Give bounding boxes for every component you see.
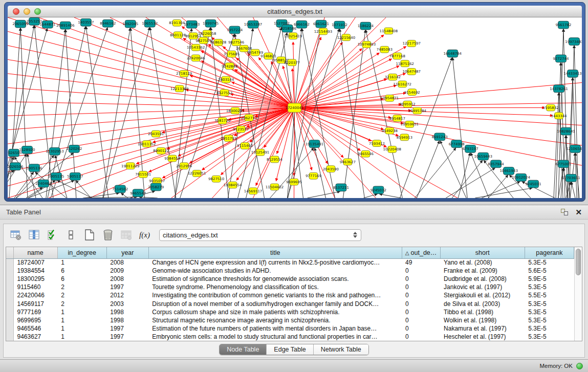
graph-node[interactable]: 1644871	[39, 20, 55, 28]
graph-node[interactable]: 8357944	[488, 160, 504, 168]
graph-node[interactable]: 8691243	[432, 133, 448, 141]
show-column-button[interactable]	[27, 228, 41, 242]
graph-node[interactable]: 1403557	[78, 18, 94, 26]
graph-node[interactable]: 16648784	[443, 50, 461, 57]
column-header-name[interactable]: name	[13, 247, 57, 258]
table-settings-button[interactable]	[9, 228, 23, 242]
graph-node[interactable]: 10828641	[557, 127, 575, 135]
table-row[interactable]: 946554611997Estimation of the future num…	[6, 324, 574, 333]
select-all-button[interactable]	[46, 228, 59, 242]
graph-node[interactable]: 9549238	[382, 127, 398, 134]
graph-node[interactable]: 15495784	[408, 107, 426, 114]
graph-node[interactable]: 5905137	[67, 172, 83, 180]
graph-node[interactable]: 6775001	[556, 160, 572, 168]
window-titlebar[interactable]: citations_edges.txt	[8, 6, 582, 17]
graph-node[interactable]: 2240463	[35, 180, 51, 187]
graph-node[interactable]: 22420046	[187, 55, 205, 61]
graph-node[interactable]: 8095912	[400, 101, 416, 107]
graph-node[interactable]: 1520262	[66, 145, 82, 153]
graph-node[interactable]: 11616272	[394, 81, 411, 87]
table-select[interactable]: citations_edges.txt	[159, 229, 361, 241]
delete-table-button[interactable]	[101, 228, 115, 242]
graph-node[interactable]: 1071912	[332, 21, 347, 29]
graph-node[interactable]: 2058279	[148, 183, 164, 191]
graph-node[interactable]: 7593412	[369, 140, 385, 147]
new-table-button[interactable]	[82, 228, 96, 242]
graph-node[interactable]: 8946162	[100, 19, 116, 27]
graph-node[interactable]: 3175685	[224, 51, 239, 57]
column-header-pagerank[interactable]: pagerank	[525, 247, 574, 258]
graph-node[interactable]: 8129554	[267, 156, 282, 163]
graph-node[interactable]: 1443344	[551, 113, 567, 119]
tab-node-table[interactable]: Node Table	[220, 344, 267, 355]
graph-node[interactable]: 2043591	[148, 130, 164, 137]
graph-node[interactable]: 5905135	[48, 172, 64, 180]
graph-node[interactable]: 12154493	[314, 28, 332, 35]
graph-node[interactable]: 6793197	[463, 145, 478, 153]
graph-node[interactable]: 7485083	[377, 46, 393, 53]
column-header-title[interactable]: title	[148, 247, 402, 258]
graph-node[interactable]: 6961621	[313, 20, 329, 28]
graph-node[interactable]: 9561782	[556, 21, 572, 29]
deselect-all-button[interactable]	[64, 228, 78, 242]
zoom-window-button[interactable]	[34, 8, 41, 15]
graph-node[interactable]: 10647487	[403, 69, 421, 75]
function-builder-button[interactable]: f(x)	[138, 228, 151, 242]
graph-node[interactable]: 10220408	[383, 146, 401, 153]
graph-node[interactable]: 9245032	[371, 186, 386, 194]
table-row[interactable]: 946362711997Embryonic stem cells: a mode…	[6, 333, 574, 341]
graph-node[interactable]: 9384554	[164, 155, 180, 162]
graph-node[interactable]: 1065532	[142, 19, 158, 27]
graph-node[interactable]: 19125491	[251, 149, 269, 156]
graph-node[interactable]: 14569117	[244, 188, 262, 194]
graph-node[interactable]: 7514502	[112, 185, 128, 193]
column-header-year[interactable]: year	[106, 247, 148, 258]
table-row[interactable]: 2242004622012Investigating the contribut…	[6, 291, 574, 299]
graph-node[interactable]: 9465547	[130, 189, 146, 197]
graph-node[interactable]: 1186224	[358, 22, 374, 30]
table-row[interactable]: 969969511998Structural magnetic resonanc…	[6, 316, 574, 324]
float-panel-icon[interactable]	[561, 209, 568, 215]
graph-node[interactable]: 10912024	[512, 173, 530, 181]
graph-node[interactable]: 1528920	[19, 146, 35, 154]
graph-node[interactable]: 9463627	[340, 159, 356, 165]
graph-node[interactable]: 14433413	[563, 70, 581, 77]
close-panel-icon[interactable]: ✕	[575, 208, 582, 216]
graph-node[interactable]: 12226051	[188, 170, 206, 177]
graph-node[interactable]: 6774998	[449, 140, 465, 148]
graph-node[interactable]: 9827510	[208, 176, 224, 182]
graph-node[interactable]: 1092045	[122, 20, 138, 28]
graph-node[interactable]: 8601128	[170, 32, 186, 38]
graph-node[interactable]: 19973483	[565, 38, 582, 46]
graph-node[interactable]: 3581726	[214, 118, 230, 124]
table-scrollbar[interactable]	[574, 247, 582, 341]
graph-node[interactable]: 9154692	[404, 89, 420, 96]
graph-node[interactable]: 8191304	[169, 19, 185, 26]
graph-node[interactable]: 10974893	[358, 41, 376, 48]
graph-node[interactable]: 5905136	[26, 164, 42, 172]
table-row[interactable]: 1456911722003Disruption of a novel membe…	[6, 299, 574, 308]
minimize-window-button[interactable]	[24, 8, 30, 15]
graph-node[interactable]: 10653287	[244, 20, 262, 28]
table-row[interactable]: 911546021997Tourette syndrome. Phenomeno…	[6, 283, 574, 291]
table-row[interactable]: 1830029562008Estimation of significance …	[6, 275, 574, 283]
graph-node[interactable]: 12106542	[566, 145, 582, 153]
column-header-out_de…[interactable]: △out_de…	[402, 247, 440, 258]
graph-node[interactable]: 2043590	[323, 166, 339, 172]
column-header-in_degree[interactable]: in_degree	[57, 247, 106, 258]
graph-node[interactable]: 7957224	[227, 26, 243, 34]
graph-node[interactable]: 9777169	[306, 172, 321, 179]
network-graph-canvas[interactable]: 2065059205325116448712089140614035578946…	[8, 17, 582, 198]
graph-node[interactable]: 8537211	[333, 184, 349, 191]
graph-node[interactable]: 10461943	[499, 167, 517, 175]
graph-node[interactable]: 9272744	[553, 55, 569, 62]
table-scrollbar-thumb[interactable]	[576, 249, 581, 275]
graph-node[interactable]: 10659443	[474, 152, 492, 160]
graph-node[interactable]: 9245031	[526, 180, 541, 188]
graph-node[interactable]: 12217597	[403, 40, 421, 47]
graph-node[interactable]: 11548408	[380, 28, 398, 34]
column-header-short[interactable]: short	[440, 247, 525, 258]
table-row[interactable]: 977716911998Corpus callosum shape and si…	[6, 308, 574, 316]
graph-node[interactable]: 1973483	[184, 20, 200, 28]
graph-node[interactable]: 8594913	[397, 134, 412, 141]
